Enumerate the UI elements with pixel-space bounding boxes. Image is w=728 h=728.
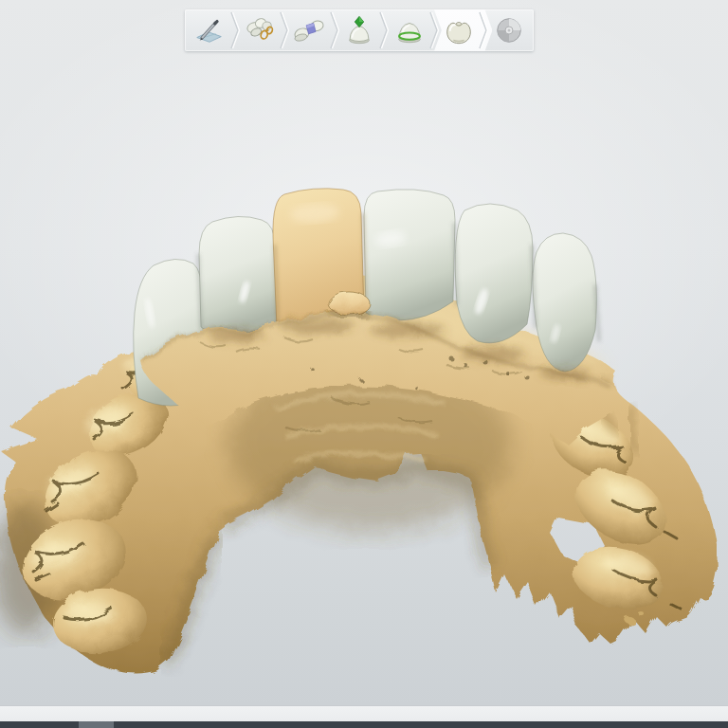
step-preparation[interactable] — [335, 9, 385, 51]
mill-disc-icon — [493, 14, 525, 46]
step-design[interactable] — [434, 9, 484, 51]
tooth-margin-ring-icon — [393, 14, 426, 46]
tooth-right-lateral-incisor — [455, 204, 533, 343]
bottom-panel-strip — [0, 705, 728, 721]
bottom-bar-tab[interactable] — [79, 721, 114, 728]
step-administration[interactable] — [185, 9, 235, 51]
tooth-left-lateral-incisor — [199, 216, 278, 334]
step-model[interactable] — [284, 9, 335, 51]
tooth-right-central-incisor — [364, 190, 455, 320]
phase-toolbar — [185, 9, 534, 51]
model-viewport[interactable] — [0, 0, 728, 705]
step-margin[interactable] — [384, 9, 434, 51]
teeth-scan-icon — [244, 14, 276, 46]
bottom-edge-bar — [0, 721, 728, 728]
tooth-insertion-axis-icon — [343, 14, 375, 46]
step-scan[interactable] — [235, 9, 285, 51]
crown-icon — [443, 14, 475, 46]
maxillary-scan-model — [0, 0, 728, 705]
pen-on-pad-icon — [193, 14, 226, 46]
teeth-bite-block-icon — [293, 14, 325, 46]
